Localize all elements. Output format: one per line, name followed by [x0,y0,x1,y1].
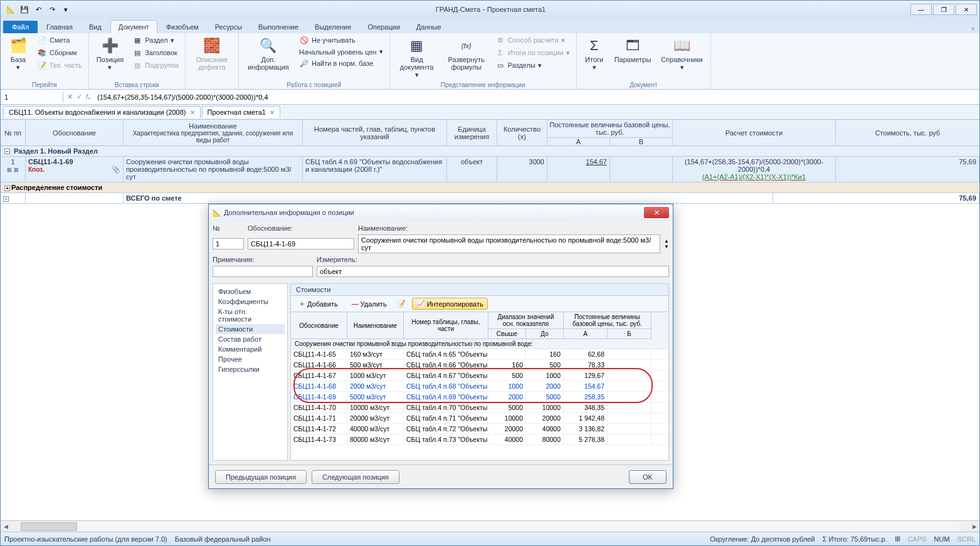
tree-komm[interactable]: Комментарий [216,344,285,354]
tree-fizobem[interactable]: Физобъем [216,286,285,297]
interpolate-button[interactable]: 📈Интерполировать [412,298,488,310]
zagolovok-button[interactable]: ▤Заголовок [130,47,181,58]
status-itogo: Σ Итого: 75,69тыс.р. [823,535,887,543]
close-tab-icon[interactable]: ✕ [190,109,195,116]
fx-icon[interactable]: fₓ [86,93,91,101]
itogi-button[interactable]: ΣИтоги▾ [581,34,608,73]
tab-data[interactable]: Данные [409,21,449,33]
dialog-icon: 📐 [213,209,221,217]
tab-document[interactable]: Документ [110,20,157,33]
sub-grid: Обоснование Наименование Номер таблицы, … [290,312,669,461]
ribbon: 🗂️База▾ 📄Смета 📚Сборник 📝Тех. часть Пере… [1,33,979,90]
doc-tab-1[interactable]: СБЦ11. Объекты водоснабжения и канализац… [3,106,201,118]
ribbon-tabs: Файл Главная Вид Документ Физобъем Ресур… [1,18,979,33]
sg-row[interactable]: СБЦ11-4-1-7010000 м3/сутСБЦ табл.4 п.70 … [291,402,668,413]
redo-icon[interactable]: ↷ [47,4,57,14]
scroll-thumb[interactable] [21,522,77,531]
tree-stoim[interactable]: Стоимости [216,324,285,334]
minimize-button[interactable]: — [910,4,932,15]
tab-view[interactable]: Вид [82,21,109,33]
neuchit-button[interactable]: 🚫Не учитывать [297,34,386,46]
delete-button[interactable]: —Удалить [348,299,391,309]
tab-selection[interactable]: Выделение [307,21,359,33]
save-icon[interactable]: 💾 [19,4,29,14]
undo-icon[interactable]: ↶ [33,4,43,14]
itogipos-button: ΣИтоги по позиции ▾ [493,47,572,58]
spin-up-icon[interactable]: ▲ [664,238,669,244]
sg-row[interactable]: СБЦ11-4-1-695000 м3/сутСБЦ табл.4 п.69 "… [291,392,668,402]
normbase-button[interactable]: 🔎Найти в норм. базе [297,58,386,69]
col-naimen: НаименованиеХарактеристика предприятия, … [124,120,303,145]
next-button[interactable]: Следующая позиция [312,470,399,484]
cancel-fx-icon[interactable]: ✕ [67,93,73,101]
prim-field[interactable] [213,266,313,277]
sbornik-button[interactable]: 📚Сборник [34,47,85,58]
naimen-field[interactable]: Сооружения очистки промывной воды произв… [358,234,660,253]
razdel-button[interactable]: ▦Раздел ▾ [130,34,181,46]
sg-row[interactable]: СБЦ11-4-1-66500 м3/сутСБЦ табл.4 п.66 "О… [291,360,668,370]
num-field[interactable]: 1 [213,238,244,249]
viddoc-button[interactable]: ▦Вид документа▾ [394,34,440,80]
tab-fizobem[interactable]: Физобъем [159,21,206,33]
param-button[interactable]: 🗔Параметры [611,34,655,65]
tree-kty[interactable]: К-ты отн. стоимости [216,307,285,324]
subpanel-toolbar: ＋Добавить —Удалить 📝 📈Интерполировать [290,296,669,312]
tab-execution[interactable]: Выполнение [251,21,306,33]
scroll-left-icon[interactable]: ◀ [1,522,11,532]
notes-icon[interactable]: 📝 [397,300,406,308]
tab-resources[interactable]: Ресурсы [208,21,250,33]
tree-hyper[interactable]: Гиперссылки [216,364,285,374]
sg-row[interactable]: СБЦ11-4-1-7120000 м3/сутСБЦ табл.4 п.71 … [291,413,668,424]
tab-operations[interactable]: Операции [360,21,407,33]
tree-panel: Физобъем Коэффициенты К-ты отн. стоимост… [213,283,288,461]
sg-row[interactable]: СБЦ11-4-1-7380000 м3/сутСБЦ табл.4 п.73 … [291,434,668,445]
doc-tab-2[interactable]: Проектная смета1✕ [202,106,280,118]
sg-row[interactable]: СБЦ11-4-1-671000 м3/сутСБЦ табл.4 п.67 "… [291,370,668,381]
izm-field[interactable]: объект [317,266,669,277]
dialog-title: Дополнительная информация о позиции [221,209,644,216]
spin-down-icon[interactable]: ▼ [664,244,669,249]
distribution-row[interactable]: +Распределение стоимости [1,182,979,193]
name-box[interactable]: 1 [1,92,63,102]
base-button[interactable]: 🗂️База▾ [4,34,32,73]
scroll-right-icon[interactable]: ▶ [969,522,979,532]
razdely-button[interactable]: ▭Разделы ▾ [493,60,572,71]
nachlvl-button[interactable]: Начальный уровень цен ▾ [297,47,386,56]
sbornik-icon: 📚 [37,48,47,58]
close-button[interactable]: ✕ [956,4,977,15]
tab-file[interactable]: Файл [3,21,38,33]
sg-row[interactable]: СБЦ11-4-1-7240000 м3/сутСБЦ табл.4 п.72 … [291,424,668,434]
prev-button[interactable]: Предыдущая позиция [215,470,307,484]
document-tabs: СБЦ11. Объекты водоснабжения и канализац… [1,105,979,120]
qat-dropdown-icon[interactable]: ▾ [61,4,71,14]
obosn-field[interactable]: СБЦ11-4-1-69 [248,238,354,249]
ok-button[interactable]: OK [629,470,667,484]
status-rounding: Округление: До десятков рублей [710,535,814,543]
titlebar: 📐 💾 ↶ ↷ ▾ ГРАНД-Смета - Проектная смета1… [1,1,979,18]
horizontal-scrollbar[interactable]: ◀ ▶ [1,520,979,532]
data-row[interactable]: 1⊞ ⊞ СБЦ11-4-1-69Кпоз.📎 Сооружения очист… [1,157,979,182]
dialog-close-button[interactable]: ✕ [644,207,669,218]
status-ss-icon[interactable]: ⊞ [895,535,900,543]
col-obosn: Обоснование [26,120,124,145]
section-row[interactable]: −Раздел 1. Новый Раздел [1,146,979,157]
dopinfo-button[interactable]: 🔍Доп. информация [243,34,294,72]
sum-icon: Σ [495,48,505,58]
formula-input[interactable]: (154,67+(258,35-154,67)/(5000-2000)*(300… [95,92,979,102]
smeta-button[interactable]: 📄Смета [34,34,85,46]
close-tab-icon[interactable]: ✕ [270,109,275,116]
sg-row[interactable]: СБЦ11-4-1-682000 м3/сутСБЦ табл.4 п.68 "… [291,381,668,392]
tree-sostav[interactable]: Состав работ [216,334,285,344]
maximize-button[interactable]: ❐ [933,4,954,15]
tree-prochee[interactable]: Прочее [216,354,285,364]
sgh-obosn: Обоснование [291,312,347,339]
tree-koef[interactable]: Коэффициенты [216,297,285,307]
add-button[interactable]: ＋Добавить [295,298,342,310]
tab-home[interactable]: Главная [39,21,80,33]
razvform-button[interactable]: {fx}Развернуть формулы [443,34,490,72]
position-button[interactable]: ➕Позиция▾ [93,34,128,73]
accept-fx-icon[interactable]: ✓ [76,93,82,101]
sg-row[interactable]: СБЦ11-4-1-65160 м3/сутСБЦ табл.4 п.65 "О… [291,349,668,360]
ribbon-minimize-icon[interactable]: ᴕ [967,23,979,33]
sprav-button[interactable]: 📖Справочники▾ [657,34,707,73]
